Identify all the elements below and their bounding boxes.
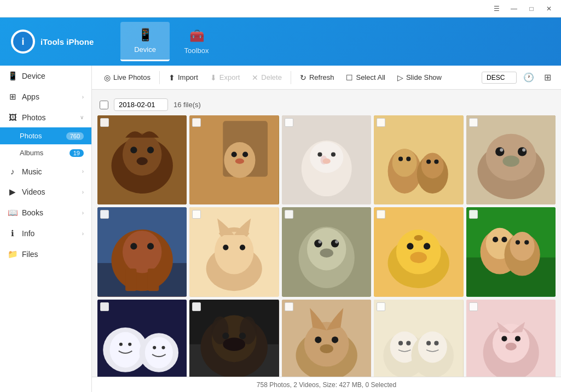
info-chevron-icon: › <box>82 231 84 237</box>
live-photos-icon: ◎ <box>104 73 111 82</box>
select-all-label: Select All <box>356 73 385 81</box>
refresh-label: Refresh <box>309 73 334 81</box>
nav-tabs: 📱 Device 🧰 Toolbox <box>120 22 221 61</box>
app-title: iTools iPhone <box>41 37 94 46</box>
sidebar-device-label: Device <box>22 72 84 80</box>
photos-chevron-icon: ∨ <box>80 114 84 120</box>
device-icon: 📱 <box>8 71 18 81</box>
videos-chevron-icon: › <box>82 189 84 195</box>
import-icon: ⬆ <box>169 73 175 82</box>
photo-cell[interactable] <box>282 300 371 377</box>
export-icon: ⬇ <box>210 73 217 82</box>
date-bar: 2018-02-01 16 file(s) <box>97 95 556 115</box>
delete-label: Delete <box>261 73 282 81</box>
albums-sub-label: Albums <box>20 149 65 157</box>
sidebar-music-label: Music <box>22 167 78 176</box>
photo-cell[interactable] <box>189 115 279 204</box>
sidebar-item-apps[interactable]: ⊞ Apps › <box>0 86 91 107</box>
photo-area: 2018-02-01 16 file(s) <box>92 90 561 377</box>
sidebar-apps-label: Apps <box>22 92 78 101</box>
videos-icon: ▶ <box>8 187 18 197</box>
sidebar-item-music[interactable]: ♪ Music › <box>0 161 91 182</box>
device-tab-label: Device <box>134 45 156 54</box>
photo-cell[interactable] <box>374 300 463 377</box>
music-icon: ♪ <box>8 167 18 176</box>
files-icon: 📁 <box>8 249 18 259</box>
app-header: i iTools iPhone 📱 Device 🧰 Toolbox <box>0 17 561 66</box>
photo-cell[interactable] <box>466 115 556 204</box>
sidebar-books-label: Books <box>22 208 78 217</box>
photos-icon: 🖼 <box>8 113 18 122</box>
file-count: 16 file(s) <box>173 101 201 109</box>
menu-button[interactable]: ☰ <box>489 2 504 15</box>
content-area: ◎ Live Photos ⬆ Import ⬇ Export ✕ Delete… <box>92 66 561 392</box>
sidebar-info-label: Info <box>22 229 78 238</box>
sidebar: 📱 Device ⊞ Apps › 🖼 Photos ∨ Photos 760 … <box>0 66 92 392</box>
photo-cell[interactable] <box>97 207 187 296</box>
grid-view-button[interactable]: ⊞ <box>541 70 554 85</box>
select-all-icon: ☐ <box>346 73 353 82</box>
info-icon: ℹ <box>8 229 18 238</box>
photo-cell[interactable] <box>97 300 187 377</box>
logo-area: i iTools iPhone <box>11 30 109 54</box>
delete-button[interactable]: ✕ Delete <box>246 71 287 84</box>
clock-view-button[interactable]: 🕐 <box>520 70 537 85</box>
books-chevron-icon: › <box>82 210 84 216</box>
maximize-button[interactable]: □ <box>524 2 539 15</box>
photos-badge: 760 <box>66 132 84 140</box>
sidebar-item-device[interactable]: 📱 Device <box>0 66 91 86</box>
export-label: Export <box>219 73 240 81</box>
device-tab-icon: 📱 <box>138 28 153 42</box>
apps-icon: ⊞ <box>8 92 18 102</box>
date-select[interactable]: 2018-02-01 <box>114 98 168 111</box>
window-controls: ☰ — □ ✕ <box>489 2 557 15</box>
sort-select[interactable]: DESC ASC <box>482 72 517 84</box>
slide-show-icon: ▷ <box>397 73 403 82</box>
toolbox-tab-label: Toolbox <box>184 46 209 55</box>
close-button[interactable]: ✕ <box>541 2 557 15</box>
sidebar-item-photos-sub[interactable]: Photos 760 <box>0 127 91 144</box>
albums-badge: 19 <box>70 149 84 157</box>
import-button[interactable]: ⬆ Import <box>163 71 204 84</box>
photo-cell[interactable] <box>374 115 463 204</box>
refresh-icon: ↻ <box>300 73 306 82</box>
date-checkbox[interactable] <box>100 101 108 109</box>
status-text: 758 Photos, 2 Videos, Size: 427 MB, 0 Se… <box>257 381 396 389</box>
live-photos-label: Live Photos <box>113 73 151 81</box>
photo-cell[interactable] <box>97 115 187 204</box>
sidebar-files-label: Files <box>22 250 84 259</box>
photos-sub-label: Photos <box>20 132 62 140</box>
sidebar-videos-label: Videos <box>22 188 78 196</box>
sidebar-item-info[interactable]: ℹ Info › <box>0 223 91 244</box>
select-all-button[interactable]: ☐ Select All <box>340 71 390 84</box>
toolbar-sep-2 <box>291 71 291 84</box>
logo-circle: i <box>11 30 35 54</box>
apps-chevron-icon: › <box>82 94 84 100</box>
refresh-button[interactable]: ↻ Refresh <box>294 71 340 84</box>
sidebar-item-albums-sub[interactable]: Albums 19 <box>0 144 91 161</box>
title-bar: ☰ — □ ✕ <box>0 0 561 17</box>
live-photos-button[interactable]: ◎ Live Photos <box>99 71 156 84</box>
sidebar-item-videos[interactable]: ▶ Videos › <box>0 182 91 202</box>
tab-device[interactable]: 📱 Device <box>120 22 170 61</box>
sidebar-photos-label: Photos <box>22 113 76 122</box>
toolbar: ◎ Live Photos ⬆ Import ⬇ Export ✕ Delete… <box>92 66 561 90</box>
main-layout: 📱 Device ⊞ Apps › 🖼 Photos ∨ Photos 760 … <box>0 66 561 392</box>
minimize-button[interactable]: — <box>506 2 522 15</box>
sidebar-item-books[interactable]: 📖 Books › <box>0 202 91 223</box>
sidebar-item-photos[interactable]: 🖼 Photos ∨ <box>0 107 91 127</box>
photo-cell[interactable] <box>466 300 556 377</box>
status-bar: 758 Photos, 2 Videos, Size: 427 MB, 0 Se… <box>92 377 561 392</box>
books-icon: 📖 <box>8 208 18 218</box>
tab-toolbox[interactable]: 🧰 Toolbox <box>172 22 221 61</box>
sidebar-item-files[interactable]: 📁 Files <box>0 244 91 265</box>
slide-show-label: Slide Show <box>406 73 442 81</box>
photo-cell[interactable] <box>282 207 371 296</box>
photo-cell[interactable] <box>282 115 371 204</box>
photo-cell[interactable] <box>189 207 279 296</box>
export-button[interactable]: ⬇ Export <box>205 71 246 84</box>
slide-show-button[interactable]: ▷ Slide Show <box>392 71 447 84</box>
photo-cell[interactable] <box>374 207 463 296</box>
photo-cell[interactable] <box>466 207 556 296</box>
photo-cell[interactable] <box>189 300 279 377</box>
